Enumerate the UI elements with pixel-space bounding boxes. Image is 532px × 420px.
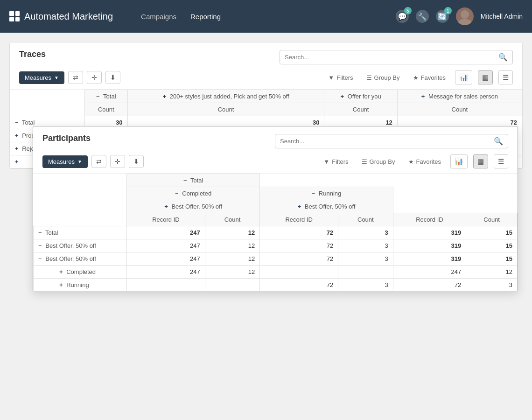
traces-favorites-btn[interactable]: ★ Favorites bbox=[409, 72, 449, 83]
filters-label: Filters bbox=[336, 74, 353, 81]
traces-col-campaign2: + Offer for you bbox=[324, 90, 397, 103]
favorites-label: Favorites bbox=[421, 74, 446, 81]
total-collapse-icon[interactable]: − bbox=[96, 93, 100, 100]
participants-filters-btn[interactable]: ▼ Filters bbox=[320, 156, 352, 167]
campaign2-expand-icon[interactable]: + bbox=[341, 93, 344, 100]
groupby-label: Group By bbox=[374, 74, 400, 81]
participants-add-btn[interactable]: ✛ bbox=[110, 155, 125, 168]
participants-table-area: − Total − Completed − Running bbox=[33, 174, 518, 292]
traces-search-input[interactable] bbox=[285, 54, 498, 61]
p-measures-arrow: ▼ bbox=[77, 159, 82, 164]
p-measures-label: Measures bbox=[48, 158, 75, 165]
p-running-expand[interactable]: + bbox=[59, 281, 63, 288]
p-col-completed: − Completed bbox=[127, 187, 260, 200]
measures-arrow-icon: ▼ bbox=[54, 75, 59, 80]
traces-sub-count3: Count bbox=[324, 103, 397, 116]
p-star-icon: ★ bbox=[408, 158, 414, 165]
nav-campaigns[interactable]: Campaigns bbox=[136, 10, 181, 23]
participants-favorites-btn[interactable]: ★ Favorites bbox=[405, 156, 445, 167]
header-actions: 💬 5 🔧 🔄 1 Mitchell Admin bbox=[396, 7, 523, 25]
participants-search-wrapper: 🔍 bbox=[275, 134, 508, 148]
traces-toolbar: Measures ▼ ⇄ ✛ ⬇ ▼ Filters ☰ Group By bbox=[19, 70, 513, 84]
p-running-collapse[interactable]: − bbox=[312, 190, 315, 197]
p-col-total: − Total bbox=[127, 174, 260, 187]
p-col-running-group bbox=[260, 174, 393, 187]
traces-list-view-btn[interactable]: ☰ bbox=[498, 70, 513, 84]
participants-download-btn[interactable]: ⬇ bbox=[129, 155, 144, 168]
main-nav: Campaigns Reporting bbox=[136, 10, 225, 23]
p-row-bestoffer2-label: − Best Offer, 50% off bbox=[34, 252, 127, 266]
traces-chart-view-btn[interactable]: 📊 bbox=[455, 70, 472, 84]
p-completed-collapse[interactable]: − bbox=[175, 190, 179, 197]
p-col-best-offer-2: + Best Offer, 50% off bbox=[260, 200, 393, 213]
traces-filter-toggle-btn[interactable]: ⇄ bbox=[68, 71, 83, 84]
rejected-expand[interactable]: + bbox=[15, 145, 19, 152]
traces-grid-view-btn[interactable]: ▦ bbox=[478, 70, 493, 84]
p-completed-expand[interactable]: + bbox=[59, 268, 63, 275]
p-sub-count3: Count bbox=[466, 213, 518, 226]
extra-expand[interactable]: + bbox=[15, 158, 19, 165]
p-col-last bbox=[393, 174, 517, 187]
p-filters-label: Filters bbox=[332, 158, 348, 165]
svg-point-1 bbox=[458, 19, 471, 25]
traces-sub-count4: Count bbox=[397, 103, 522, 116]
participants-filter-toggle-btn[interactable]: ⇄ bbox=[91, 155, 106, 168]
traces-groupby-btn[interactable]: ☰ Group By bbox=[363, 72, 404, 83]
p-col-header-row-1: − Total bbox=[34, 174, 518, 187]
participants-toolbar: Measures ▼ ⇄ ✛ ⬇ ▼ Filters ☰ Group By bbox=[42, 154, 508, 168]
processed-expand[interactable]: + bbox=[15, 132, 19, 139]
svg-point-0 bbox=[461, 10, 469, 19]
p-best-offer2-expand[interactable]: + bbox=[298, 203, 301, 210]
p-bestoffer1-collapse[interactable]: − bbox=[38, 242, 42, 249]
campaign3-expand-icon[interactable]: + bbox=[421, 93, 425, 100]
traces-search-btn[interactable]: 🔍 bbox=[498, 53, 508, 62]
campaign1-expand-icon[interactable]: + bbox=[162, 93, 166, 100]
traces-col-total: − Total bbox=[85, 90, 128, 103]
p-row-running-label: + Running bbox=[34, 279, 127, 292]
logo-icon bbox=[9, 11, 20, 21]
app-title: Automated Marketing bbox=[24, 11, 113, 22]
p-sub-rid1: Record ID bbox=[127, 213, 205, 226]
settings-icon[interactable]: 🔧 bbox=[416, 10, 429, 23]
p-sub-count2: Count bbox=[338, 213, 393, 226]
traces-add-btn[interactable]: ✛ bbox=[87, 71, 102, 84]
table-row: − Best Offer, 50% off 247 12 72 3 319 15 bbox=[34, 252, 518, 266]
participants-groupby-btn[interactable]: ☰ Group By bbox=[358, 156, 399, 167]
participants-search-btn[interactable]: 🔍 bbox=[494, 137, 503, 146]
p-total-collapse[interactable]: − bbox=[183, 177, 187, 184]
traces-panel-header: Traces 🔍 Measures ▼ ⇄ ✛ ⬇ ▼ Filters bbox=[10, 42, 522, 90]
traces-search-wrapper: 🔍 bbox=[280, 50, 513, 64]
p-col-best-offer-1: + Best Offer, 50% off bbox=[127, 200, 260, 213]
p-sub-rid3: Record ID bbox=[393, 213, 466, 226]
p-total-row-collapse[interactable]: − bbox=[38, 229, 42, 236]
messages-badge: 5 bbox=[404, 7, 412, 14]
star-icon: ★ bbox=[413, 74, 419, 81]
traces-download-btn[interactable]: ⬇ bbox=[105, 71, 120, 84]
participants-search-input[interactable] bbox=[280, 138, 494, 145]
p-sub-header-row: Record ID Count Record ID Count Record I… bbox=[34, 213, 518, 226]
traces-subheader-row: Count Count Count Count bbox=[10, 103, 522, 116]
p-col-running: − Running bbox=[260, 187, 393, 200]
participants-chart-view-btn[interactable]: 📊 bbox=[450, 154, 468, 168]
participants-measures-btn[interactable]: Measures ▼ bbox=[42, 155, 88, 168]
p-filter-icon: ▼ bbox=[323, 158, 329, 165]
table-row: − Total 247 12 72 3 319 15 bbox=[34, 226, 518, 239]
messages-icon-btn[interactable]: 💬 5 bbox=[396, 10, 409, 23]
traces-measures-btn[interactable]: Measures ▼ bbox=[19, 71, 64, 84]
p-best-offer1-expand[interactable]: + bbox=[164, 203, 168, 210]
participants-grid-view-btn[interactable]: ▦ bbox=[473, 154, 488, 168]
table-row: − Best Offer, 50% off 247 12 72 3 319 15 bbox=[34, 239, 518, 252]
avatar[interactable] bbox=[456, 7, 474, 25]
sync-badge: 1 bbox=[444, 7, 452, 14]
traces-filters-btn[interactable]: ▼ Filters bbox=[324, 72, 357, 83]
nav-reporting[interactable]: Reporting bbox=[186, 10, 225, 23]
app-header: Automated Marketing Campaigns Reporting … bbox=[0, 0, 532, 33]
participants-list-view-btn[interactable]: ☰ bbox=[494, 154, 508, 168]
traces-col-campaign3: + Message for sales person bbox=[397, 90, 522, 103]
p-bestoffer2-collapse[interactable]: − bbox=[38, 255, 42, 262]
traces-col-campaign1: + 200+ styles just added, Pick and get 5… bbox=[127, 90, 324, 103]
total-row-collapse[interactable]: − bbox=[15, 119, 19, 126]
table-row: + Running 72 3 72 3 bbox=[34, 279, 518, 292]
p-row-bestoffer1-label: − Best Offer, 50% off bbox=[34, 239, 127, 252]
sync-icon-btn[interactable]: 🔄 1 bbox=[436, 10, 449, 23]
